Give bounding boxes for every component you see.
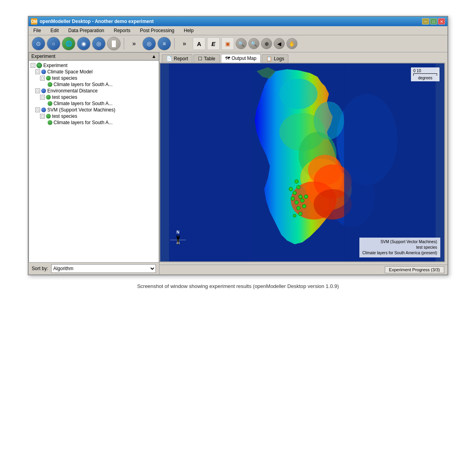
table-tab-label: Table bbox=[204, 56, 215, 61]
toolbar: ⊙ ○ 🌐 ◉ ◎ ▐▌ » ◎ ≡ » A E ▣ 🔍 🔍 ⊕ ◀ ✋ bbox=[29, 35, 447, 52]
tree-item-ed-species[interactable]: □ test species bbox=[29, 94, 159, 100]
experiment-icon bbox=[36, 63, 42, 68]
menu-edit[interactable]: Edit bbox=[49, 27, 60, 34]
svm-icon bbox=[41, 107, 46, 112]
left-panel: Experiment ▲ □ Experiment □ Climate Spac… bbox=[29, 52, 159, 274]
tree-item-csm-layers[interactable]: Climate layers for South A... bbox=[29, 81, 159, 88]
expand-svm-species[interactable]: □ bbox=[40, 114, 45, 119]
report-tab-icon: 📄 bbox=[166, 56, 172, 61]
toolbar-open-button[interactable]: ⊙ bbox=[32, 37, 45, 50]
tree-item-ed-layers[interactable]: Climate layers for South A... bbox=[29, 100, 159, 107]
ed-label: Environmental Distance bbox=[47, 88, 98, 94]
svg-point-16 bbox=[293, 191, 297, 195]
panel-header: Experiment ▲ bbox=[29, 52, 159, 60]
tab-bar: 📄 Report ☐ Table 🗺 Output Map 📋 Logs bbox=[159, 52, 447, 63]
ed-species-icon bbox=[46, 95, 51, 100]
menu-post-processing[interactable]: Post Processing bbox=[138, 27, 176, 34]
progress-button[interactable]: Experiment Progress (3/3) bbox=[385, 266, 444, 273]
output-map-tab-icon: 🗺 bbox=[225, 56, 230, 61]
expand-csm-species[interactable]: □ bbox=[40, 76, 45, 81]
toolbar-search-button[interactable]: 🔍 bbox=[236, 38, 247, 49]
ed-layers-label: Climate layers for South A... bbox=[54, 101, 113, 106]
toolbar-pan-button[interactable]: ✋ bbox=[286, 38, 298, 49]
csm-layers-label: Climate layers for South A... bbox=[54, 82, 113, 87]
toolbar-separator-1 bbox=[124, 38, 124, 50]
caption: Screenshot of window showing experiment … bbox=[137, 283, 339, 289]
expand-ed[interactable]: □ bbox=[35, 88, 40, 93]
toolbar-back-button[interactable]: ◀ bbox=[274, 38, 285, 49]
menu-file[interactable]: File bbox=[32, 27, 42, 34]
ed-layers-icon bbox=[48, 101, 52, 106]
ed-species-label: test species bbox=[52, 94, 77, 100]
svm-label: SVM (Support Vector Machines) bbox=[47, 107, 115, 113]
scale-unit: degrees bbox=[413, 76, 437, 80]
window-controls: ─ □ ✕ bbox=[422, 18, 445, 25]
tree-item-svm[interactable]: □ SVM (Support Vector Machines) bbox=[29, 107, 159, 113]
app-window: OM openModeller Desktop - Another demo e… bbox=[28, 16, 448, 275]
map-compass: N bbox=[170, 230, 186, 251]
app-icon: OM bbox=[31, 18, 37, 25]
minimize-button[interactable]: ─ bbox=[422, 18, 429, 25]
menu-data-preparation[interactable]: Data Preparation bbox=[67, 27, 106, 34]
tree-item-experiment[interactable]: □ Experiment bbox=[29, 62, 159, 69]
tree-area: □ Experiment □ Climate Space Model □ tes… bbox=[29, 60, 159, 263]
svg-point-20 bbox=[300, 199, 304, 203]
title-bar-left: OM openModeller Desktop - Another demo e… bbox=[31, 18, 154, 25]
tree-item-env-distance[interactable]: □ Environmental Distance bbox=[29, 88, 159, 94]
map-svg bbox=[160, 63, 444, 261]
expand-ed-species[interactable]: □ bbox=[40, 95, 45, 100]
status-bar: Experiment Progress (3/3) bbox=[159, 265, 447, 274]
toolbar-globe-button[interactable]: 🌐 bbox=[62, 37, 75, 50]
menu-bar: File Edit Data Preparation Reports Post … bbox=[29, 26, 447, 35]
svm-species-label: test species bbox=[52, 113, 77, 119]
toolbar-text-a-button[interactable]: A bbox=[193, 37, 205, 50]
tree-item-svm-layers[interactable]: Climate layers for South A... bbox=[29, 119, 159, 126]
toolbar-text-e-button[interactable]: E bbox=[207, 37, 220, 50]
toolbar-more2-button[interactable]: » bbox=[178, 37, 191, 50]
tab-report[interactable]: 📄 Report bbox=[162, 54, 192, 63]
tab-table[interactable]: ☐ Table bbox=[194, 54, 220, 63]
title-bar: OM openModeller Desktop - Another demo e… bbox=[29, 17, 447, 26]
experiment-label: Experiment bbox=[43, 63, 67, 68]
svm-layers-label: Climate layers for South A... bbox=[54, 120, 113, 125]
toolbar-run-button[interactable]: ◎ bbox=[92, 37, 106, 50]
menu-help[interactable]: Help bbox=[182, 27, 196, 34]
toolbar-new-button[interactable]: ○ bbox=[47, 37, 60, 50]
expand-experiment[interactable]: □ bbox=[31, 63, 35, 68]
svg-point-17 bbox=[298, 195, 302, 199]
map-area[interactable]: 0 10 degrees SVM (Support Vector Machine… bbox=[159, 63, 445, 262]
toolbar-pause-button[interactable]: ▐▌ bbox=[107, 37, 121, 50]
panel-sort-icon: ▲ bbox=[152, 54, 156, 59]
tab-logs[interactable]: 📋 Logs bbox=[262, 54, 288, 63]
logs-tab-label: Logs bbox=[274, 56, 284, 61]
svg-point-26 bbox=[293, 214, 296, 217]
csm-species-icon bbox=[46, 76, 51, 81]
map-legend: SVM (Support Vector Machines) test speci… bbox=[359, 238, 440, 257]
toolbar-more-button[interactable]: » bbox=[127, 37, 141, 50]
tree-item-svm-species[interactable]: □ test species bbox=[29, 113, 159, 119]
svg-point-19 bbox=[297, 206, 301, 210]
menu-reports[interactable]: Reports bbox=[112, 27, 132, 34]
svg-point-25 bbox=[298, 212, 302, 216]
toolbar-zoom-out-button[interactable]: ⊕ bbox=[261, 38, 272, 49]
ed-icon bbox=[41, 88, 46, 93]
maximize-button[interactable]: □ bbox=[430, 18, 437, 25]
tab-output-map[interactable]: 🗺 Output Map bbox=[221, 54, 261, 63]
toolbar-zoom-in-button[interactable]: 🔍 bbox=[248, 38, 259, 49]
map-scale: 0 10 degrees bbox=[411, 67, 440, 81]
toolbar-settings-button[interactable]: ◉ bbox=[77, 37, 90, 50]
toolbar-photo-button[interactable]: ▣ bbox=[221, 37, 234, 50]
toolbar-map-button[interactable]: ◎ bbox=[142, 37, 156, 50]
toolbar-list-button[interactable]: ≡ bbox=[157, 37, 171, 50]
sort-select[interactable]: Algorithm Species Date bbox=[51, 264, 156, 273]
main-content: Experiment ▲ □ Experiment □ Climate Spac… bbox=[29, 52, 447, 274]
window-title: openModeller Desktop - Another demo expe… bbox=[40, 19, 154, 24]
close-button[interactable]: ✕ bbox=[438, 18, 445, 25]
tree-item-climate-space-model[interactable]: □ Climate Space Model bbox=[29, 69, 159, 75]
legend-line3: Climate layers for South America (presen… bbox=[363, 250, 437, 256]
svg-text:N: N bbox=[177, 230, 179, 234]
expand-csm[interactable]: □ bbox=[35, 69, 40, 74]
expand-svm[interactable]: □ bbox=[35, 107, 40, 112]
tree-item-csm-species[interactable]: □ test species bbox=[29, 75, 159, 81]
svg-point-18 bbox=[295, 200, 299, 204]
